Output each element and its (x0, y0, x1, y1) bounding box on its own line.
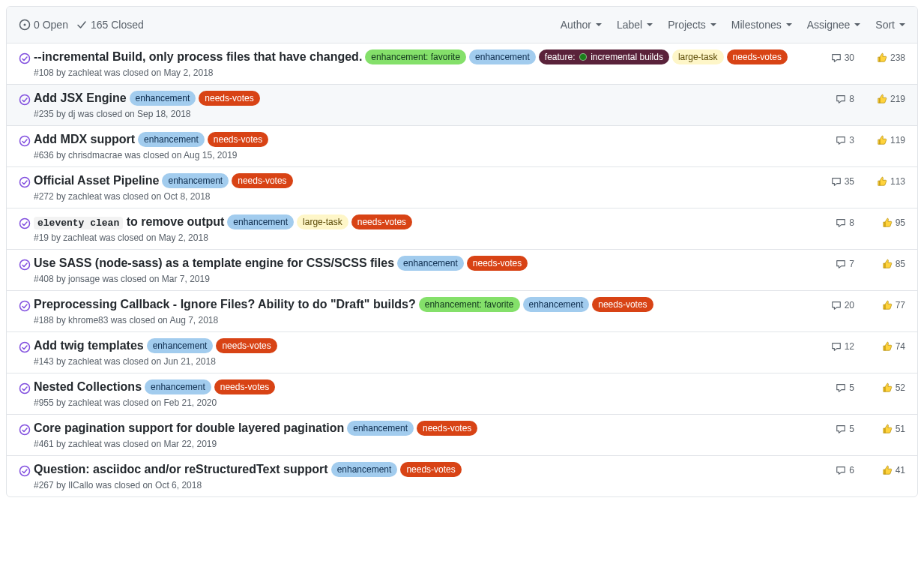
reactions-link[interactable]: 51 (872, 424, 905, 434)
reactions-count: 219 (890, 94, 905, 104)
issue-row: Question: asciidoc and/or reStructuredTe… (7, 456, 917, 496)
label-enhancement[interactable]: enhancement (469, 50, 536, 64)
caret-down-icon (647, 23, 653, 26)
label-enhancement[interactable]: enhancement (331, 462, 398, 477)
issue-meta: #955 by zachleat was closed on Feb 21, 2… (34, 398, 809, 408)
label-needs-votes[interactable]: needs-votes (351, 214, 412, 230)
label-enhancement[interactable]: enhancement (147, 338, 214, 353)
comments-link[interactable]: 8 (821, 218, 854, 228)
issue-title[interactable]: Nested Collections (34, 380, 142, 394)
comments-link[interactable]: 3 (821, 135, 854, 146)
comments-link[interactable]: 30 (821, 52, 854, 63)
title-line: Nested Collectionsenhancementneeds-votes (34, 380, 809, 394)
label-enhancement[interactable]: enhancement (347, 421, 414, 436)
reactions-link[interactable]: 77 (872, 300, 905, 310)
label-enhancement[interactable]: enhancement (138, 132, 205, 147)
issue-body: Nested Collectionsenhancementneeds-votes… (34, 380, 809, 408)
issue-title[interactable]: Add JSX Engine (34, 92, 127, 105)
label-enhancement-favorite[interactable]: enhancement: favorite (419, 297, 520, 312)
label-enhancement[interactable]: enhancement (227, 214, 294, 230)
issue-closed-icon (19, 256, 34, 284)
filter-assignee[interactable]: Assignee (807, 19, 861, 31)
comments-link[interactable]: 6 (821, 465, 854, 476)
comments-link[interactable]: 35 (821, 176, 854, 187)
issue-stats: 3119 (809, 132, 905, 160)
filter-label[interactable]: Label (617, 19, 653, 31)
label-enhancement[interactable]: enhancement (523, 297, 590, 312)
label-needs-votes[interactable]: needs-votes (216, 338, 277, 353)
reactions-link[interactable]: 119 (872, 135, 905, 146)
filter-author[interactable]: Author (561, 19, 602, 31)
title-line: Add twig templatesenhancementneeds-votes (34, 338, 809, 353)
svg-point-6 (20, 219, 30, 229)
comments-count: 35 (845, 176, 854, 187)
issue-title[interactable]: eleventy clean to remove output (34, 215, 224, 229)
comments-link[interactable]: 12 (821, 341, 854, 352)
reactions-link[interactable]: 95 (872, 218, 905, 228)
comments-link[interactable]: 8 (821, 94, 854, 104)
issue-meta: #267 by IlCallo was closed on Oct 6, 201… (34, 480, 809, 490)
filter-label: Assignee (807, 19, 851, 31)
svg-point-11 (20, 425, 30, 435)
label-needs-votes[interactable]: needs-votes (727, 50, 788, 64)
issue-title[interactable]: Use SASS (node-sass) as a template engin… (34, 256, 394, 270)
reactions-link[interactable]: 85 (872, 259, 905, 269)
comments-count: 8 (849, 218, 854, 228)
reactions-count: 113 (890, 176, 905, 187)
label-needs-votes[interactable]: needs-votes (417, 421, 477, 436)
issue-closed-icon (19, 91, 34, 119)
comments-link[interactable]: 20 (821, 300, 854, 310)
label-enhancement[interactable]: enhancement (162, 173, 229, 188)
filter-sort[interactable]: Sort (875, 19, 905, 31)
issues-list: 0 Open 165 Closed AuthorLabelProjectsMil… (6, 6, 918, 497)
caret-down-icon (854, 23, 860, 26)
reactions-link[interactable]: 113 (872, 176, 905, 187)
label-enhancement-favorite[interactable]: enhancement: favorite (365, 50, 466, 64)
label-needs-votes[interactable]: needs-votes (400, 462, 461, 477)
comments-link[interactable]: 5 (821, 382, 854, 393)
issue-title[interactable]: Add twig templates (34, 339, 144, 352)
filter-projects[interactable]: Projects (668, 19, 716, 31)
comments-link[interactable]: 7 (821, 259, 854, 269)
label-feature-incremental[interactable]: feature: incremental builds (539, 50, 669, 64)
closed-tab[interactable]: 165 Closed (76, 19, 144, 31)
label-large-task[interactable]: large-task (297, 214, 348, 230)
issue-title[interactable]: --incremental Build, only process files … (34, 50, 362, 64)
reactions-count: 85 (896, 259, 905, 269)
filter-milestones[interactable]: Milestones (731, 19, 792, 31)
svg-point-7 (20, 260, 30, 270)
issue-stats: 895 (809, 214, 905, 243)
label-needs-votes[interactable]: needs-votes (592, 297, 653, 312)
issue-row: eleventy clean to remove outputenhanceme… (7, 208, 917, 250)
reactions-link[interactable]: 74 (872, 341, 905, 352)
reactions-link[interactable]: 41 (872, 465, 905, 476)
reactions-link[interactable]: 238 (872, 52, 905, 63)
issue-title[interactable]: Preprocessing Callback - Ignore Files? A… (34, 298, 416, 311)
reactions-count: 119 (890, 135, 905, 146)
label-needs-votes[interactable]: needs-votes (208, 132, 268, 147)
reactions-link[interactable]: 52 (872, 382, 905, 393)
label-needs-votes[interactable]: needs-votes (214, 380, 275, 394)
comments-link[interactable]: 5 (821, 424, 854, 434)
label-needs-votes[interactable]: needs-votes (232, 173, 292, 188)
reactions-link[interactable]: 219 (872, 94, 905, 104)
comments-count: 20 (845, 300, 854, 310)
label-enhancement[interactable]: enhancement (397, 256, 464, 271)
issue-body: Preprocessing Callback - Ignore Files? A… (34, 297, 809, 326)
label-enhancement[interactable]: enhancement (145, 380, 211, 394)
issue-row: Add MDX supportenhancementneeds-votes#63… (7, 126, 917, 167)
issue-rows: --incremental Build, only process files … (7, 44, 917, 496)
issue-title[interactable]: Core pagination support for double layer… (34, 422, 344, 435)
issue-body: Question: asciidoc and/or reStructuredTe… (34, 462, 809, 490)
issue-title[interactable]: Add MDX support (34, 133, 135, 146)
issue-title[interactable]: Official Asset Pipeline (34, 174, 159, 188)
issue-title[interactable]: Question: asciidoc and/or reStructuredTe… (34, 463, 328, 476)
open-tab[interactable]: 0 Open (19, 19, 68, 31)
reactions-count: 238 (890, 52, 905, 63)
label-needs-votes[interactable]: needs-votes (467, 256, 528, 271)
label-large-task[interactable]: large-task (672, 50, 724, 64)
label-enhancement[interactable]: enhancement (130, 91, 196, 106)
comments-count: 7 (849, 259, 854, 269)
label-needs-votes[interactable]: needs-votes (199, 91, 259, 106)
issue-closed-icon (19, 173, 34, 202)
